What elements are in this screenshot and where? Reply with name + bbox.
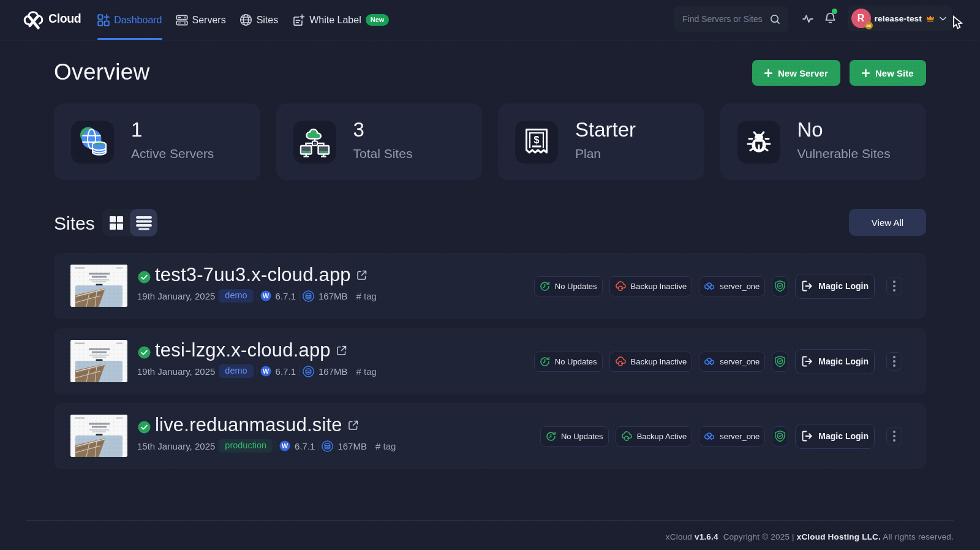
svg-text:$: $ xyxy=(534,134,540,145)
svg-text:W: W xyxy=(263,367,270,375)
svg-text:W: W xyxy=(282,442,288,450)
svg-text:W: W xyxy=(263,292,270,299)
